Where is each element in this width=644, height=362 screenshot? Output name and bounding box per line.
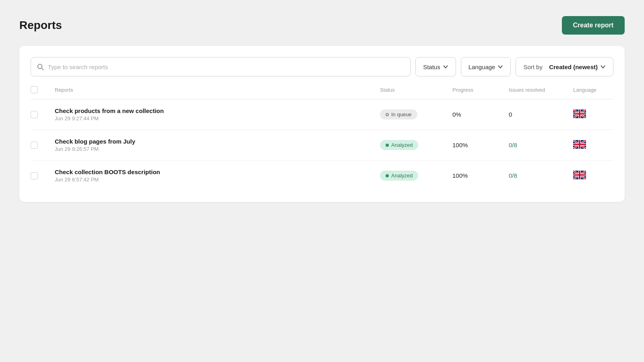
progress-1: 0% xyxy=(452,111,461,118)
table-row: Check collection BOOTS description Jun 2… xyxy=(31,160,613,191)
table-header-row: Reports Status Progress Issues resolved … xyxy=(31,86,613,99)
status-filter-button[interactable]: Status xyxy=(415,57,456,76)
issues-3: 0/8 xyxy=(509,172,517,179)
page-title: Reports xyxy=(19,19,62,32)
status-badge-1: In queue xyxy=(380,109,417,119)
toolbar: Status Language Sort by Created (newest) xyxy=(31,57,613,76)
search-icon xyxy=(37,63,44,70)
status-dot-3 xyxy=(386,174,389,177)
uk-flag-icon xyxy=(573,140,586,149)
row-checkbox-1[interactable] xyxy=(31,111,38,118)
status-label-1: In queue xyxy=(391,111,412,117)
sort-prefix: Sort by xyxy=(523,64,543,70)
report-name-1: Check products from a new collection xyxy=(55,107,380,114)
sort-chevron-icon xyxy=(600,64,606,70)
svg-point-0 xyxy=(38,64,42,69)
report-name-2: Check blog pages from July xyxy=(55,138,380,145)
svg-line-1 xyxy=(42,68,44,70)
table-row: Check blog pages from July Jun 29 9:26:5… xyxy=(31,130,613,160)
table-row: Check products from a new collection Jun… xyxy=(31,99,613,130)
page-header: Reports Create report xyxy=(19,16,625,35)
status-dot-2 xyxy=(386,144,389,147)
col-language-header: Language xyxy=(573,87,597,93)
status-badge-2: Analyzed xyxy=(380,140,418,150)
progress-3: 100% xyxy=(452,172,468,179)
language-filter-button[interactable]: Language xyxy=(461,57,511,76)
row-checkbox-2[interactable] xyxy=(31,142,38,149)
status-badge-3: Analyzed xyxy=(380,171,418,181)
report-date-2: Jun 29 9:26:57 PM xyxy=(55,146,380,152)
col-reports-header: Reports xyxy=(55,87,73,93)
col-progress-header: Progress xyxy=(452,87,473,93)
progress-2: 100% xyxy=(452,142,468,148)
language-filter-label: Language xyxy=(469,64,495,70)
row-checkbox-3[interactable] xyxy=(31,172,38,179)
status-filter-label: Status xyxy=(423,64,440,70)
issues-2: 0/8 xyxy=(509,142,517,148)
language-chevron-icon xyxy=(497,64,503,70)
select-all-checkbox[interactable] xyxy=(31,86,38,93)
issues-1: 0 xyxy=(509,111,512,118)
reports-card: Status Language Sort by Created (newest) xyxy=(19,46,625,202)
search-wrapper xyxy=(31,57,411,76)
uk-flag-icon xyxy=(573,109,586,118)
status-dot-1 xyxy=(386,113,389,116)
report-name-3: Check collection BOOTS description xyxy=(55,169,380,175)
reports-table: Reports Status Progress Issues resolved … xyxy=(31,86,613,191)
col-status-header: Status xyxy=(380,87,395,93)
status-chevron-icon xyxy=(443,64,448,70)
status-label-2: Analyzed xyxy=(391,142,413,148)
sort-button[interactable]: Sort by Created (newest) xyxy=(516,57,613,76)
sort-value: Created (newest) xyxy=(549,64,598,70)
uk-flag-icon xyxy=(573,171,586,179)
sort-spacer xyxy=(545,64,547,70)
status-label-3: Analyzed xyxy=(391,173,413,179)
report-date-3: Jun 29 8:57:42 PM xyxy=(55,177,380,183)
create-report-button[interactable]: Create report xyxy=(562,16,625,35)
search-input[interactable] xyxy=(48,64,405,70)
col-issues-header: Issues resolved xyxy=(509,87,545,93)
report-date-1: Jun 29 9:27:44 PM xyxy=(55,115,380,121)
